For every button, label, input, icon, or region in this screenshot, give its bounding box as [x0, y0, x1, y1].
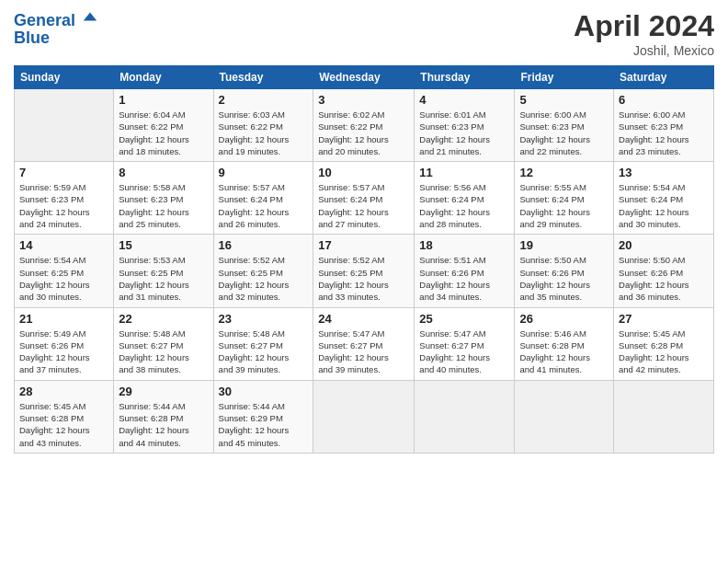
day-number: 26 — [519, 312, 609, 326]
day-number: 15 — [119, 238, 208, 252]
day-info: Sunrise: 5:44 AMSunset: 6:29 PMDaylight:… — [219, 400, 309, 449]
day-cell: 15Sunrise: 5:53 AMSunset: 6:25 PMDayligh… — [114, 235, 213, 307]
day-info: Sunrise: 6:04 AMSunset: 6:22 PMDaylight:… — [119, 109, 208, 157]
day-number: 29 — [119, 385, 208, 398]
day-number: 14 — [19, 238, 108, 252]
header: General Blue April 2024 Joshil, Mexico — [14, 9, 714, 58]
day-info: Sunrise: 5:54 AMSunset: 6:24 PMDaylight:… — [619, 181, 709, 230]
day-cell — [313, 380, 415, 453]
calendar-container: General Blue April 2024 Joshil, Mexico S… — [0, 0, 728, 463]
day-cell: 30Sunrise: 5:44 AMSunset: 6:29 PMDayligh… — [213, 380, 313, 453]
day-cell — [415, 380, 515, 453]
logo-icon — [82, 9, 98, 26]
week-row-2: 7Sunrise: 5:59 AMSunset: 6:23 PMDaylight… — [15, 162, 714, 235]
day-number: 17 — [318, 238, 409, 252]
day-cell — [15, 89, 114, 162]
day-cell: 21Sunrise: 5:49 AMSunset: 6:26 PMDayligh… — [15, 307, 114, 380]
day-info: Sunrise: 5:46 AMSunset: 6:28 PMDaylight:… — [519, 327, 609, 376]
day-number: 20 — [619, 238, 709, 252]
day-cell: 2Sunrise: 6:03 AMSunset: 6:22 PMDaylight… — [213, 89, 313, 162]
day-info: Sunrise: 5:54 AMSunset: 6:25 PMDaylight:… — [19, 254, 108, 303]
week-row-3: 14Sunrise: 5:54 AMSunset: 6:25 PMDayligh… — [15, 235, 714, 307]
day-number: 9 — [219, 166, 309, 179]
day-cell: 12Sunrise: 5:55 AMSunset: 6:24 PMDayligh… — [515, 162, 614, 235]
day-info: Sunrise: 5:56 AMSunset: 6:24 PMDaylight:… — [419, 181, 509, 230]
day-cell — [614, 380, 714, 453]
day-cell: 5Sunrise: 6:00 AMSunset: 6:23 PMDaylight… — [515, 89, 614, 162]
day-cell: 24Sunrise: 5:47 AMSunset: 6:27 PMDayligh… — [313, 307, 415, 380]
day-number: 10 — [318, 166, 409, 179]
calendar-table: SundayMondayTuesdayWednesdayThursdayFrid… — [14, 65, 714, 454]
day-number: 8 — [119, 166, 208, 179]
day-number: 25 — [419, 312, 509, 326]
day-cell: 3Sunrise: 6:02 AMSunset: 6:22 PMDaylight… — [313, 89, 415, 162]
day-cell: 29Sunrise: 5:44 AMSunset: 6:28 PMDayligh… — [114, 380, 213, 453]
day-cell: 25Sunrise: 5:47 AMSunset: 6:27 PMDayligh… — [415, 307, 515, 380]
day-number: 16 — [219, 238, 309, 252]
day-info: Sunrise: 6:00 AMSunset: 6:23 PMDaylight:… — [619, 109, 709, 157]
day-cell: 1Sunrise: 6:04 AMSunset: 6:22 PMDaylight… — [114, 89, 213, 162]
day-cell — [515, 380, 614, 453]
month-title: April 2024 — [574, 9, 714, 43]
day-cell: 28Sunrise: 5:45 AMSunset: 6:28 PMDayligh… — [15, 380, 114, 453]
logo: General Blue — [14, 9, 98, 48]
day-info: Sunrise: 5:52 AMSunset: 6:25 PMDaylight:… — [219, 254, 309, 303]
day-number: 2 — [219, 93, 309, 107]
week-row-5: 28Sunrise: 5:45 AMSunset: 6:28 PMDayligh… — [15, 380, 714, 453]
day-number: 21 — [19, 312, 108, 326]
day-info: Sunrise: 5:58 AMSunset: 6:23 PMDaylight:… — [119, 181, 208, 230]
logo-text: General Blue — [14, 9, 98, 48]
day-info: Sunrise: 6:01 AMSunset: 6:23 PMDaylight:… — [419, 109, 509, 157]
day-cell: 20Sunrise: 5:50 AMSunset: 6:26 PMDayligh… — [614, 235, 714, 307]
calendar-header-row: SundayMondayTuesdayWednesdayThursdayFrid… — [15, 66, 714, 89]
day-cell: 14Sunrise: 5:54 AMSunset: 6:25 PMDayligh… — [15, 235, 114, 307]
day-cell: 11Sunrise: 5:56 AMSunset: 6:24 PMDayligh… — [415, 162, 515, 235]
day-info: Sunrise: 6:00 AMSunset: 6:23 PMDaylight:… — [519, 109, 609, 157]
day-cell: 27Sunrise: 5:45 AMSunset: 6:28 PMDayligh… — [614, 307, 714, 380]
calendar-body: 1Sunrise: 6:04 AMSunset: 6:22 PMDaylight… — [15, 89, 714, 454]
day-cell: 17Sunrise: 5:52 AMSunset: 6:25 PMDayligh… — [313, 235, 415, 307]
day-info: Sunrise: 5:49 AMSunset: 6:26 PMDaylight:… — [19, 327, 108, 376]
day-cell: 6Sunrise: 6:00 AMSunset: 6:23 PMDaylight… — [614, 89, 714, 162]
day-info: Sunrise: 5:57 AMSunset: 6:24 PMDaylight:… — [219, 181, 309, 230]
day-info: Sunrise: 6:02 AMSunset: 6:22 PMDaylight:… — [318, 109, 409, 157]
col-header-thursday: Thursday — [415, 66, 515, 89]
day-info: Sunrise: 5:47 AMSunset: 6:27 PMDaylight:… — [318, 327, 409, 376]
col-header-friday: Friday — [515, 66, 614, 89]
col-header-wednesday: Wednesday — [313, 66, 415, 89]
day-cell: 10Sunrise: 5:57 AMSunset: 6:24 PMDayligh… — [313, 162, 415, 235]
day-cell: 4Sunrise: 6:01 AMSunset: 6:23 PMDaylight… — [415, 89, 515, 162]
day-cell: 7Sunrise: 5:59 AMSunset: 6:23 PMDaylight… — [15, 162, 114, 235]
col-header-tuesday: Tuesday — [213, 66, 313, 89]
day-number: 1 — [119, 93, 208, 107]
col-header-sunday: Sunday — [15, 66, 114, 89]
week-row-4: 21Sunrise: 5:49 AMSunset: 6:26 PMDayligh… — [15, 307, 714, 380]
day-info: Sunrise: 5:55 AMSunset: 6:24 PMDaylight:… — [519, 181, 609, 230]
day-info: Sunrise: 5:48 AMSunset: 6:27 PMDaylight:… — [219, 327, 309, 376]
day-number: 13 — [619, 166, 709, 179]
day-info: Sunrise: 5:51 AMSunset: 6:26 PMDaylight:… — [419, 254, 509, 303]
day-number: 4 — [419, 93, 509, 107]
day-number: 30 — [219, 385, 309, 398]
day-info: Sunrise: 5:50 AMSunset: 6:26 PMDaylight:… — [519, 254, 609, 303]
title-block: April 2024 Joshil, Mexico — [574, 9, 714, 58]
day-number: 27 — [619, 312, 709, 326]
day-number: 22 — [119, 312, 208, 326]
day-info: Sunrise: 5:45 AMSunset: 6:28 PMDaylight:… — [619, 327, 709, 376]
day-info: Sunrise: 5:50 AMSunset: 6:26 PMDaylight:… — [619, 254, 709, 303]
day-number: 24 — [318, 312, 409, 326]
day-number: 19 — [519, 238, 609, 252]
day-info: Sunrise: 5:52 AMSunset: 6:25 PMDaylight:… — [318, 254, 409, 303]
day-cell: 23Sunrise: 5:48 AMSunset: 6:27 PMDayligh… — [213, 307, 313, 380]
day-number: 5 — [519, 93, 609, 107]
day-info: Sunrise: 5:44 AMSunset: 6:28 PMDaylight:… — [119, 400, 208, 449]
day-number: 28 — [19, 385, 108, 398]
day-cell: 18Sunrise: 5:51 AMSunset: 6:26 PMDayligh… — [415, 235, 515, 307]
location-subtitle: Joshil, Mexico — [574, 43, 714, 58]
day-info: Sunrise: 5:59 AMSunset: 6:23 PMDaylight:… — [19, 181, 108, 230]
day-number: 6 — [619, 93, 709, 107]
day-cell: 13Sunrise: 5:54 AMSunset: 6:24 PMDayligh… — [614, 162, 714, 235]
day-number: 11 — [419, 166, 509, 179]
day-info: Sunrise: 5:47 AMSunset: 6:27 PMDaylight:… — [419, 327, 509, 376]
day-cell: 22Sunrise: 5:48 AMSunset: 6:27 PMDayligh… — [114, 307, 213, 380]
